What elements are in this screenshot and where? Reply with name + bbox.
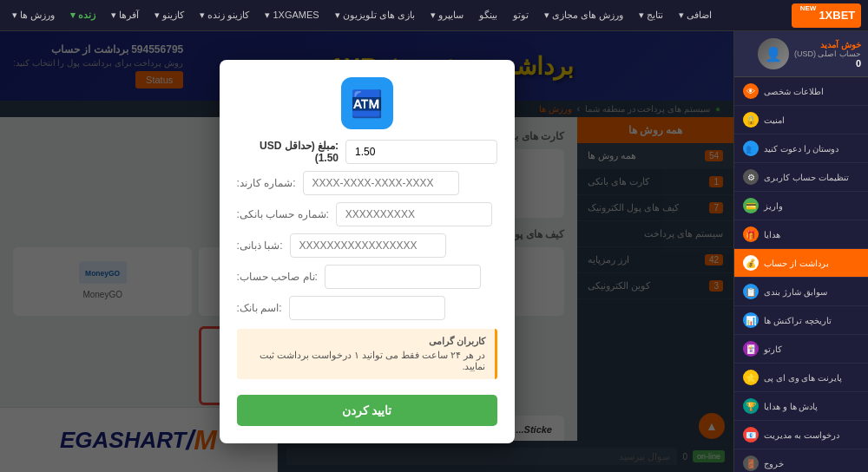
- vip-icon: ⭐: [743, 370, 759, 385]
- user-balance: حساب اصلی (USD): [794, 49, 861, 58]
- modal-card-label: :شماره کارند:: [237, 177, 296, 189]
- nav-item-results[interactable]: نتایج ▾: [634, 8, 668, 23]
- sidebar-item-withdrawal[interactable]: برداشت از حساب 💰: [734, 249, 868, 278]
- sidebar-item-account-settings[interactable]: تنظیمات حساب کاربری ⚙: [734, 163, 868, 192]
- nav-item-زنده[interactable]: زنده ▾: [65, 8, 101, 23]
- sidebar-item-contact[interactable]: درخواست به مدیریت 📧: [734, 421, 868, 449]
- sidebar-item-invite[interactable]: دوستان را دعوت کنید 👥: [734, 134, 868, 163]
- modal-owner-label: :نام صاحب حساب:: [237, 271, 318, 283]
- modal-iban-input[interactable]: [290, 233, 446, 258]
- modal-bank-account-input[interactable]: [336, 202, 492, 226]
- sidebar-item-karto[interactable]: کارتو 🃏: [734, 335, 868, 364]
- personal-info-label: اطلاعات شخصی: [764, 87, 824, 96]
- nav-item-آفرها[interactable]: آفرها ▾: [106, 8, 144, 23]
- modal-owner-input[interactable]: [325, 265, 481, 289]
- logout-icon: 🚪: [743, 456, 759, 471]
- karto-icon: 🃏: [743, 341, 759, 357]
- transaction-history-label: تاریخچه تراکنش ها: [764, 316, 832, 325]
- user-info: خوش آمدید حساب اصلی (USD) 0: [794, 40, 861, 69]
- modal-bank-account-label: :شماره حساب بانکی:: [237, 208, 329, 220]
- awards-label: پادش ها و هدایا: [764, 402, 818, 411]
- contact-label: درخواست به مدیریت: [764, 430, 839, 440]
- logo-text: 1XBET: [819, 9, 855, 22]
- gifts-icon: 🎁: [743, 226, 759, 242]
- nav-item-tv-games[interactable]: بازی های تلویزیون ▾: [330, 8, 420, 23]
- nav-item-کازینو[interactable]: کازینو ▾: [149, 8, 189, 23]
- modal-bank-label: :اسم بانک:: [237, 302, 282, 314]
- nav-item-virtual[interactable]: ورزش های مجازی ▾: [539, 8, 628, 23]
- security-label: امنیت: [764, 115, 785, 125]
- sidebar-user-section: خوش آمدید حساب اصلی (USD) 0 👤: [734, 31, 868, 77]
- modal-note: کاربران گرامی در هر ۲۴ ساعت فقط می توانی…: [237, 329, 497, 379]
- sidebar-item-deposit[interactable]: واریز 💳: [734, 192, 868, 220]
- sidebar-item-personal-info[interactable]: اطلاعات شخصی 👁: [734, 77, 868, 106]
- recharge-history-label: سوابق شارژ بندی: [764, 287, 827, 297]
- modal-confirm-button[interactable]: تایید کردن: [237, 395, 497, 426]
- nav-item-extras[interactable]: اضافی ▾: [674, 8, 717, 23]
- modal-iban-label: :شبا ذبانی:: [237, 239, 283, 252]
- withdrawal-modal: 🏧 :مبلغ (حداقل USD 1.50) :شماره کارند: :…: [220, 60, 515, 443]
- sidebar-item-vip[interactable]: پایرنت های وی ای پی ⭐: [734, 364, 868, 392]
- contact-icon: 📧: [743, 427, 759, 442]
- personal-info-icon: 👁: [743, 83, 759, 99]
- modal-amount-input[interactable]: [345, 140, 497, 164]
- deposit-icon: 💳: [743, 198, 759, 213]
- modal-note-text: در هر ۲۴ ساعت فقط می توانید ۱ درخواست بر…: [246, 350, 486, 372]
- awards-icon: 🏆: [743, 398, 759, 414]
- karto-label: کارتو: [764, 344, 782, 354]
- security-icon: 🔒: [743, 112, 759, 128]
- withdrawal-icon: 💰: [743, 255, 759, 271]
- sidebar-item-transaction-history[interactable]: تاریخچه تراکنش ها 📊: [734, 306, 868, 335]
- vip-label: پایرنت های وی ای پی: [764, 373, 842, 383]
- modal-bank-field: :اسم بانک:: [237, 296, 497, 320]
- modal-card-field: :شماره کارند:: [237, 171, 497, 195]
- sidebar-item-logout[interactable]: خروج 🚪: [734, 449, 868, 472]
- user-name: خوش آمدید: [794, 40, 861, 49]
- invite-icon: 👥: [743, 141, 759, 156]
- gifts-label: هدایا: [764, 230, 780, 239]
- modal-amount-field: :مبلغ (حداقل USD 1.50): [237, 140, 497, 164]
- recharge-history-icon: 📋: [743, 284, 759, 299]
- modal-card-input[interactable]: [303, 171, 459, 195]
- modal-overlay: 🏧 :مبلغ (حداقل USD 1.50) :شماره کارند: :…: [0, 31, 733, 472]
- modal-iban-field: :شبا ذبانی:: [237, 233, 497, 258]
- user-avatar: 👤: [758, 38, 789, 69]
- modal-note-title: کاربران گرامی: [246, 336, 486, 347]
- modal-bank-account-field: :شماره حساب بانکی:: [237, 202, 497, 226]
- brand-logo[interactable]: 1XBET NEW: [792, 3, 861, 28]
- transaction-history-icon: 📊: [743, 312, 759, 328]
- modal-owner-field: :نام صاحب حساب:: [237, 265, 497, 289]
- modal-icon: 🏧: [237, 77, 497, 129]
- nav-item-saipro[interactable]: سایپرو ▾: [425, 8, 469, 23]
- sidebar-item-awards[interactable]: پادش ها و هدایا 🏆: [734, 392, 868, 421]
- sidebar-item-recharge-history[interactable]: سوابق شارژ بندی 📋: [734, 278, 868, 306]
- top-navigation: 1XBET NEW ورزش ها ▾ زنده ▾ آفرها ▾ کازین…: [0, 0, 868, 31]
- nav-item-1xgames[interactable]: 1XGAMES ▾: [260, 8, 324, 23]
- balance-amount: 0: [794, 58, 861, 69]
- right-sidebar: خوش آمدید حساب اصلی (USD) 0 👤 اطلاعات شخ…: [733, 31, 868, 472]
- new-badge: NEW: [798, 3, 819, 13]
- modal-bank-input[interactable]: [289, 296, 445, 320]
- sidebar-item-gifts[interactable]: هدایا 🎁: [734, 220, 868, 249]
- withdrawal-label: برداشت از حساب: [764, 259, 829, 268]
- nav-item-کازینو-زنده[interactable]: کازینو زنده ▾: [194, 8, 254, 23]
- nav-item-ورزش-ها[interactable]: ورزش ها ▾: [7, 8, 60, 23]
- main-content: برداشت هوشمند 1XBet 594556795 برداشت از …: [0, 31, 733, 472]
- sidebar-item-security[interactable]: امنیت 🔒: [734, 106, 868, 134]
- invite-label: دوستان را دعوت کنید: [764, 144, 838, 154]
- logout-label: خروج: [764, 459, 784, 469]
- nav-items-list: ورزش ها ▾ زنده ▾ آفرها ▾ کازینو ▾ کازینو…: [7, 8, 717, 23]
- account-settings-label: تنظیمات حساب کاربری: [764, 173, 849, 182]
- nav-item-bingo[interactable]: بینگو: [474, 8, 503, 23]
- nav-item-toto[interactable]: توتو: [508, 8, 534, 23]
- modal-smart-icon-display: 🏧: [341, 77, 393, 129]
- deposit-label: واریز: [764, 201, 783, 211]
- modal-amount-label: :مبلغ (حداقل USD 1.50): [237, 140, 339, 164]
- account-settings-icon: ⚙: [743, 169, 759, 185]
